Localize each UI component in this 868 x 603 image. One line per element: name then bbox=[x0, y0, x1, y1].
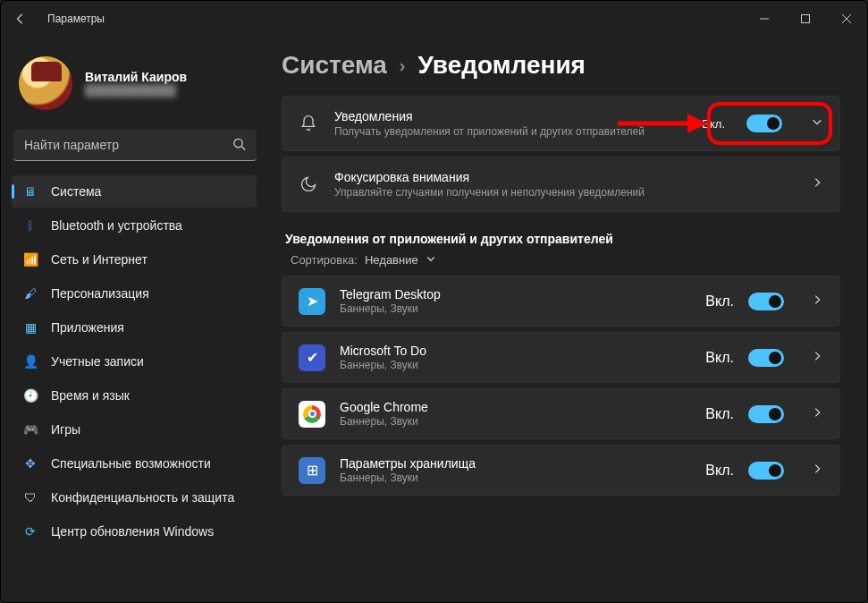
nav-list: 🖥 Системаᛒ Bluetooth и устройства📶 Сеть … bbox=[8, 174, 262, 549]
toggle-state-label: Вкл. bbox=[702, 117, 725, 131]
card-desc: Управляйте случаями получения и неполуче… bbox=[334, 186, 710, 199]
app-desc: Баннеры, Звуки bbox=[340, 415, 691, 428]
chevron-right-icon[interactable] bbox=[811, 293, 823, 310]
storage-app-icon: ⊞ bbox=[299, 457, 325, 484]
sidebar-item-system[interactable]: 🖥 Система bbox=[12, 175, 257, 208]
profile-block[interactable]: Виталий Каиров ████████████ bbox=[8, 46, 262, 126]
app-title: Microsoft To Do bbox=[340, 344, 691, 358]
app-title: Google Chrome bbox=[340, 400, 691, 414]
app-row-todo[interactable]: ✔ Microsoft To Do Баннеры, Звуки Вкл. bbox=[282, 332, 840, 383]
breadcrumb: Система › Уведомления bbox=[282, 51, 840, 80]
chevron-right-icon[interactable] bbox=[811, 350, 823, 366]
maximize-button[interactable] bbox=[785, 1, 826, 37]
sidebar-item-bluetooth[interactable]: ᛒ Bluetooth и устройства bbox=[12, 209, 257, 242]
chrome-app-icon bbox=[299, 401, 325, 428]
card-desc: Получать уведомления от приложений и дру… bbox=[334, 125, 686, 138]
app-desc: Баннеры, Звуки bbox=[340, 471, 691, 484]
sidebar-item-accounts[interactable]: 👤 Учетные записи bbox=[12, 345, 257, 378]
sort-value: Недавние bbox=[365, 253, 418, 267]
sidebar-item-update[interactable]: ⟳ Центр обновления Windows bbox=[12, 515, 257, 548]
chevron-right-icon[interactable] bbox=[811, 463, 823, 479]
system-icon: 🖥 bbox=[22, 183, 38, 200]
sidebar-item-label: Персонализация bbox=[51, 286, 149, 301]
app-row-storage[interactable]: ⊞ Параметры хранилища Баннеры, Звуки Вкл… bbox=[282, 445, 840, 496]
search-box[interactable] bbox=[13, 130, 257, 161]
close-button[interactable] bbox=[826, 1, 867, 37]
sidebar-item-label: Система bbox=[51, 184, 101, 199]
profile-name: Виталий Каиров bbox=[85, 70, 187, 84]
sidebar-item-network[interactable]: 📶 Сеть и Интернет bbox=[12, 243, 257, 276]
breadcrumb-root[interactable]: Система bbox=[282, 51, 387, 80]
privacy-icon: 🛡 bbox=[22, 489, 38, 505]
svg-line-5 bbox=[241, 146, 245, 149]
svg-point-4 bbox=[234, 139, 242, 147]
chevron-right-icon[interactable] bbox=[811, 406, 823, 422]
time-icon: 🕘 bbox=[22, 387, 38, 403]
svg-rect-1 bbox=[802, 15, 810, 23]
sidebar-item-label: Время и язык bbox=[51, 388, 130, 403]
app-row-chrome[interactable]: Google Chrome Баннеры, Звуки Вкл. bbox=[282, 388, 840, 439]
sidebar-item-label: Специальные возможности bbox=[51, 456, 211, 471]
sort-dropdown[interactable]: Сортировка: Недавние bbox=[291, 253, 840, 267]
page-title: Уведомления bbox=[418, 51, 586, 80]
window-title: Параметры bbox=[47, 13, 744, 25]
sidebar-item-label: Конфиденциальность и защита bbox=[51, 490, 234, 505]
back-icon[interactable] bbox=[13, 12, 28, 26]
app-desc: Баннеры, Звуки bbox=[340, 302, 691, 315]
minimize-button[interactable] bbox=[744, 1, 785, 37]
toggle-state-label: Вкл. bbox=[705, 463, 734, 479]
gaming-icon: 🎮 bbox=[22, 421, 38, 437]
card-title: Уведомления bbox=[334, 109, 686, 123]
sidebar-item-label: Игры bbox=[51, 422, 80, 437]
accessibility-icon: ✥ bbox=[22, 455, 38, 471]
app-toggle[interactable] bbox=[748, 349, 784, 367]
app-title: Telegram Desktop bbox=[340, 287, 691, 302]
sidebar-item-gaming[interactable]: 🎮 Игры bbox=[12, 413, 257, 446]
app-toggle[interactable] bbox=[748, 405, 784, 423]
toggle-state-label: Вкл. bbox=[705, 406, 734, 422]
moon-icon bbox=[299, 175, 318, 193]
chevron-down-icon bbox=[426, 253, 436, 267]
sidebar-item-label: Приложения bbox=[51, 320, 124, 335]
sidebar-item-time[interactable]: 🕘 Время и язык bbox=[12, 379, 257, 412]
avatar bbox=[19, 56, 72, 110]
search-input[interactable] bbox=[13, 130, 257, 161]
focus-assist-card[interactable]: Фокусировка внимания Управляйте случаями… bbox=[282, 157, 840, 212]
update-icon: ⟳ bbox=[22, 523, 38, 539]
telegram-app-icon: ➤ bbox=[299, 288, 325, 315]
chevron-right-icon[interactable] bbox=[811, 176, 823, 192]
notifications-master-card[interactable]: Уведомления Получать уведомления от прил… bbox=[282, 96, 840, 151]
sort-label: Сортировка: bbox=[291, 253, 358, 267]
main-content: Система › Уведомления Уведомления Получа… bbox=[269, 37, 867, 602]
app-title: Параметры хранилища bbox=[340, 456, 691, 471]
app-toggle[interactable] bbox=[748, 293, 784, 310]
titlebar: Параметры bbox=[1, 1, 867, 37]
profile-email: ████████████ bbox=[85, 84, 187, 97]
toggle-state-label: Вкл. bbox=[705, 293, 734, 310]
sidebar-item-accessibility[interactable]: ✥ Специальные возможности bbox=[12, 447, 257, 480]
sidebar-item-label: Сеть и Интернет bbox=[51, 252, 147, 267]
toggle-state-label: Вкл. bbox=[705, 350, 734, 366]
network-icon: 📶 bbox=[22, 251, 38, 268]
accounts-icon: 👤 bbox=[22, 353, 38, 369]
sidebar-item-privacy[interactable]: 🛡 Конфиденциальность и защита bbox=[12, 481, 257, 514]
sidebar-item-label: Учетные записи bbox=[51, 354, 144, 369]
personalization-icon: 🖌 bbox=[22, 285, 38, 302]
chevron-right-icon: › bbox=[400, 55, 406, 76]
app-desc: Баннеры, Звуки bbox=[340, 359, 691, 371]
app-row-telegram[interactable]: ➤ Telegram Desktop Баннеры, Звуки Вкл. bbox=[282, 276, 840, 327]
bluetooth-icon: ᛒ bbox=[22, 217, 38, 234]
sidebar-item-label: Bluetooth и устройства bbox=[51, 218, 182, 233]
sidebar-item-personalization[interactable]: 🖌 Персонализация bbox=[12, 277, 257, 310]
apps-icon: ▦ bbox=[22, 319, 38, 335]
sidebar-item-label: Центр обновления Windows bbox=[51, 524, 214, 539]
sidebar: Виталий Каиров ████████████ 🖥 Системаᛒ B… bbox=[1, 37, 269, 602]
notifications-toggle[interactable] bbox=[746, 115, 782, 132]
section-title: Уведомления от приложений и других отпра… bbox=[285, 232, 840, 246]
search-icon bbox=[232, 137, 246, 154]
app-toggle[interactable] bbox=[748, 462, 784, 480]
chevron-down-icon[interactable] bbox=[811, 115, 823, 132]
sidebar-item-apps[interactable]: ▦ Приложения bbox=[12, 311, 257, 344]
card-title: Фокусировка внимания bbox=[334, 170, 782, 184]
todo-app-icon: ✔ bbox=[299, 344, 325, 371]
